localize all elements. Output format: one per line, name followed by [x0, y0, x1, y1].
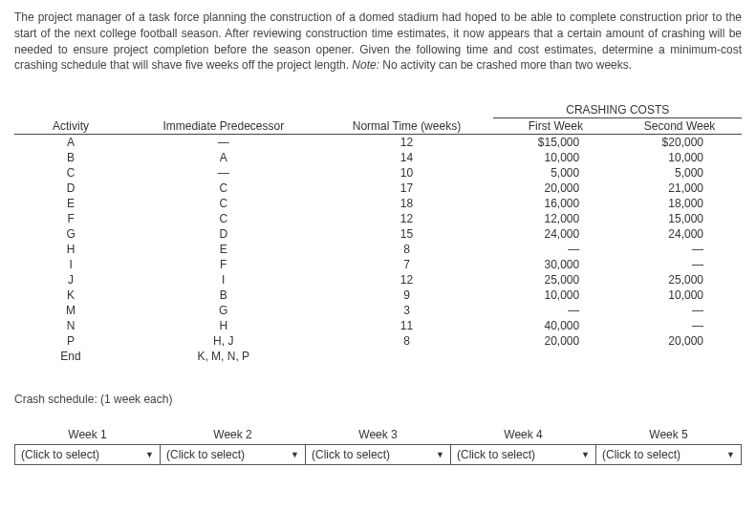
cell-first-week: —	[493, 242, 617, 257]
cell-activity: N	[14, 318, 127, 333]
col-second-week: Second Week	[617, 118, 742, 135]
table-row: C—105,0005,000	[14, 165, 742, 181]
cell-first-week: 40,000	[493, 318, 617, 333]
answer-cell: (Click to select)▼	[306, 445, 451, 465]
table-row: HE8——	[14, 242, 742, 257]
select-placeholder: (Click to select)	[21, 448, 99, 461]
week-select[interactable]: (Click to select)▼	[17, 447, 158, 462]
cell-time: 12	[319, 272, 493, 287]
cell-predecessor: F	[127, 257, 319, 272]
note-text: No activity can be crashed more than two…	[379, 58, 632, 72]
cell-time: 8	[319, 333, 493, 349]
cell-predecessor: G	[127, 303, 319, 318]
week-select[interactable]: (Click to select)▼	[308, 447, 448, 462]
cell-time: 14	[319, 150, 493, 165]
table-row: MG3——	[14, 303, 742, 318]
cell-predecessor: K, M, N, P	[127, 349, 319, 364]
answer-col-header: Week 5	[596, 425, 742, 445]
cell-first-week: 24,000	[493, 226, 617, 242]
cell-time: 12	[319, 211, 493, 226]
cell-second-week: 20,000	[617, 333, 742, 349]
chevron-down-icon: ▼	[726, 450, 735, 459]
cell-activity: C	[14, 165, 127, 181]
cell-time: 9	[319, 287, 493, 303]
cell-activity: End	[14, 349, 127, 364]
cell-second-week: —	[617, 318, 742, 333]
table-row: KB910,00010,000	[14, 287, 742, 303]
answer-cell: (Click to select)▼	[596, 445, 742, 465]
cell-time: 12	[319, 135, 493, 151]
cell-activity: F	[14, 211, 127, 226]
crashing-costs-header: CRASHING COSTS	[493, 102, 742, 118]
note-label: Note:	[352, 58, 379, 72]
answer-col-header: Week 4	[451, 425, 596, 445]
cell-second-week: 15,000	[617, 211, 742, 226]
cell-time	[319, 349, 493, 364]
table-row: IF730,000—	[14, 257, 742, 272]
cell-second-week: 5,000	[617, 165, 742, 181]
cell-time: 18	[319, 196, 493, 211]
answer-cell: (Click to select)▼	[15, 445, 161, 465]
week-select[interactable]: (Click to select)▼	[162, 447, 303, 462]
cell-time: 10	[319, 165, 493, 181]
cell-predecessor: A	[127, 150, 319, 165]
cell-time: 15	[319, 226, 493, 242]
answer-cell: (Click to select)▼	[161, 445, 306, 465]
cell-predecessor: I	[127, 272, 319, 287]
crash-schedule-label: Crash schedule: (1 week each)	[14, 393, 742, 406]
cell-predecessor: H	[127, 318, 319, 333]
cell-predecessor: C	[127, 196, 319, 211]
cell-time: 11	[319, 318, 493, 333]
cell-first-week	[493, 349, 617, 364]
chevron-down-icon: ▼	[581, 450, 590, 459]
cell-first-week: 10,000	[493, 287, 617, 303]
table-row: DC1720,00021,000	[14, 181, 742, 196]
cell-first-week: —	[493, 303, 617, 318]
cell-predecessor: E	[127, 242, 319, 257]
cell-activity: P	[14, 333, 127, 349]
chevron-down-icon: ▼	[436, 450, 444, 459]
col-first-week: First Week	[493, 118, 617, 135]
table-row: EC1816,00018,000	[14, 196, 742, 211]
col-normal-time: Normal Time (weeks)	[319, 118, 493, 135]
cell-second-week: —	[617, 242, 742, 257]
select-placeholder: (Click to select)	[457, 448, 535, 461]
problem-statement: The project manager of a task force plan…	[14, 10, 742, 74]
table-row: GD1524,00024,000	[14, 226, 742, 242]
col-predecessor: Immediate Predecessor	[127, 118, 319, 135]
cell-time: 7	[319, 257, 493, 272]
cell-activity: I	[14, 257, 127, 272]
cell-second-week: 18,000	[617, 196, 742, 211]
cell-predecessor: D	[127, 226, 319, 242]
cell-second-week: $20,000	[617, 135, 742, 151]
activity-table: CRASHING COSTS Activity Immediate Predec…	[14, 102, 742, 364]
select-placeholder: (Click to select)	[166, 448, 245, 461]
cell-first-week: 20,000	[493, 333, 617, 349]
cell-predecessor: H, J	[127, 333, 319, 349]
week-select[interactable]: (Click to select)▼	[598, 447, 739, 462]
cell-first-week: 16,000	[493, 196, 617, 211]
cell-predecessor: —	[127, 135, 319, 151]
answer-col-header: Week 2	[161, 425, 306, 445]
cell-activity: E	[14, 196, 127, 211]
chevron-down-icon: ▼	[291, 450, 299, 459]
cell-second-week: 24,000	[617, 226, 742, 242]
cell-activity: B	[14, 150, 127, 165]
table-row: JI1225,00025,000	[14, 272, 742, 287]
cell-first-week: 10,000	[493, 150, 617, 165]
cell-first-week: 12,000	[493, 211, 617, 226]
cell-predecessor: C	[127, 211, 319, 226]
cell-second-week: 10,000	[617, 287, 742, 303]
chevron-down-icon: ▼	[145, 450, 154, 459]
cell-activity: H	[14, 242, 127, 257]
answer-col-header: Week 1	[15, 425, 161, 445]
cell-activity: K	[14, 287, 127, 303]
cell-second-week	[617, 349, 742, 364]
week-select[interactable]: (Click to select)▼	[453, 447, 594, 462]
cell-second-week: —	[617, 257, 742, 272]
cell-activity: J	[14, 272, 127, 287]
cell-activity: G	[14, 226, 127, 242]
answer-table: Week 1Week 2Week 3Week 4Week 5 (Click to…	[14, 425, 742, 465]
cell-activity: D	[14, 181, 127, 196]
cell-time: 8	[319, 242, 493, 257]
